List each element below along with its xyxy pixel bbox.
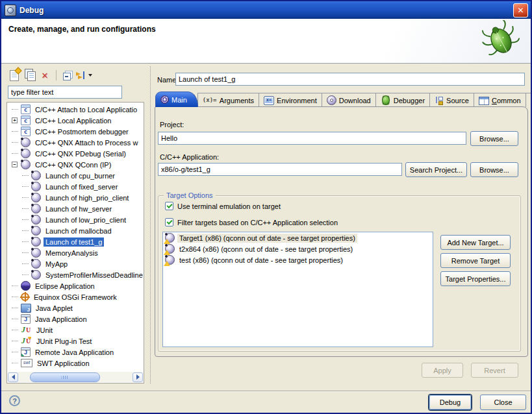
qnx-icon: [31, 248, 41, 258]
tree-item[interactable]: Equinox OSGi Framework: [8, 291, 143, 302]
tree-item-label: JUnit Plug-in Test: [34, 337, 94, 346]
project-input[interactable]: [158, 132, 466, 145]
target-label: test (x86) (qconn out of date - see targ…: [177, 256, 345, 265]
scrollbar-thumb[interactable]: [30, 372, 100, 382]
tree-item[interactable]: C/C++ Attach to Local Applicatio: [8, 104, 143, 115]
add-new-target-button[interactable]: Add New Target...: [440, 235, 511, 250]
terminal-emulation-checkbox[interactable]: [165, 202, 173, 210]
project-browse-button[interactable]: Browse...: [470, 131, 518, 146]
tree-item[interactable]: Launch of low_prio_client: [8, 214, 143, 225]
revert-button[interactable]: Revert: [471, 363, 518, 378]
c-application-icon: [21, 104, 31, 114]
tree-connector: [21, 241, 29, 242]
terminal-emulation-checkbox-row[interactable]: Use terminal emulation on target: [165, 202, 281, 210]
tree-item-label: C/C++ Local Application: [33, 116, 113, 125]
help-icon: ?: [12, 397, 17, 405]
name-input[interactable]: [175, 73, 525, 86]
dropdown-chevron-icon[interactable]: [88, 74, 92, 77]
tree-item-label: Launch of test1_g: [44, 237, 104, 247]
eclipse-icon: [21, 281, 31, 291]
tree-item[interactable]: Java Applet: [8, 302, 143, 313]
target-label: t2x864 (x86) (qconn out of date - see ta…: [177, 245, 355, 254]
tree-item[interactable]: C/C++ QNX PDebug (Serial): [8, 148, 143, 159]
tree-item[interactable]: SWT Application: [8, 358, 143, 369]
tab-main[interactable]: Main: [155, 91, 198, 107]
filter-targets-checkbox-row[interactable]: Filter targets based on C/C++ Applicatio…: [165, 218, 338, 226]
filter-button[interactable]: [75, 68, 92, 82]
filter-input[interactable]: [8, 86, 122, 99]
tree-item[interactable]: Remote Java Application: [8, 347, 143, 358]
remove-target-button[interactable]: Remove Target: [440, 253, 511, 268]
tree-item[interactable]: +C/C++ Local Application: [8, 115, 143, 126]
new-configuration-button[interactable]: [7, 68, 21, 82]
application-input[interactable]: [158, 163, 402, 176]
tree-item[interactable]: MemoryAnalysis: [8, 247, 143, 258]
qnx-icon: [31, 270, 41, 280]
tree-expander[interactable]: +: [10, 117, 19, 123]
target-row[interactable]: Target1 (x86) (qconn out of date - see t…: [163, 232, 433, 243]
tree-item[interactable]: Launch of test1_g: [8, 236, 143, 247]
duplicate-configuration-button[interactable]: [23, 68, 37, 82]
project-label: Project:: [160, 121, 184, 128]
target-row[interactable]: test (x86) (qconn out of date - see targ…: [163, 254, 433, 265]
tree-item-label: Launch of mallocbad: [44, 226, 114, 236]
tree-item[interactable]: JUnit Plug-in Test: [8, 335, 143, 347]
collapse-icon[interactable]: −: [12, 162, 18, 167]
tab-common[interactable]: Common: [474, 93, 526, 107]
tree-connector: [21, 208, 29, 209]
tree-connector: [21, 274, 29, 275]
tree-item[interactable]: Launch of mallocbad: [8, 225, 143, 236]
scrollbar-track[interactable]: [19, 372, 132, 382]
debug-dialog-window: Debug ✕ Create, manage, and run configur…: [0, 0, 532, 414]
tree-item[interactable]: MyApp: [8, 258, 143, 269]
tree-item[interactable]: SystemProfilerMissedDeadline: [8, 269, 143, 280]
tree-item[interactable]: −C/C++ QNX QConn (IP): [8, 159, 143, 170]
tab-arguments[interactable]: Arguments: [197, 93, 259, 107]
tab-download[interactable]: Download: [322, 93, 376, 107]
scroll-left-button[interactable]: [8, 372, 18, 382]
expand-icon[interactable]: +: [12, 117, 18, 123]
toolbar-separator: [56, 70, 57, 80]
filter-targets-checkbox[interactable]: [165, 218, 173, 226]
apply-button[interactable]: Apply: [422, 363, 463, 378]
tree-expander[interactable]: −: [10, 162, 19, 167]
scroll-right-button[interactable]: [133, 372, 143, 382]
source-icon: [435, 96, 444, 104]
tree-item-label: Launch of hw_server: [44, 204, 114, 213]
target-list[interactable]: Target1 (x86) (qconn out of date - see t…: [162, 232, 433, 347]
tab-label: Debugger: [394, 97, 425, 104]
tree-connector: [10, 131, 19, 132]
tree-item-label: Java Application: [33, 315, 89, 324]
horizontal-scrollbar[interactable]: [8, 372, 143, 382]
junit-plugin-icon: [21, 337, 32, 345]
tree-item[interactable]: Launch of high_prio_client: [8, 192, 143, 203]
tree-item[interactable]: Launch of cpu_burner: [8, 170, 143, 181]
qnx-icon: [21, 138, 31, 147]
tree-item[interactable]: Java Application: [8, 313, 143, 324]
delete-configuration-button[interactable]: [38, 68, 53, 82]
tree-item[interactable]: JUnit: [8, 324, 143, 335]
help-button[interactable]: ?: [9, 395, 20, 406]
tree-item[interactable]: C/C++ Postmortem debugger: [8, 126, 143, 137]
debug-button[interactable]: Debug: [429, 395, 472, 410]
application-browse-button[interactable]: Browse...: [470, 162, 518, 177]
collapse-all-button[interactable]: [60, 68, 74, 82]
close-dialog-button[interactable]: Close: [480, 395, 526, 410]
tab-debugger[interactable]: Debugger: [375, 93, 430, 107]
tab-source[interactable]: Source: [429, 93, 474, 107]
tab-environment[interactable]: Environment: [259, 93, 322, 107]
tab-bar: MainArgumentsEnvironmentDownloadDebugger…: [155, 91, 532, 107]
close-button[interactable]: ✕: [513, 3, 528, 18]
tab-label: Source: [446, 97, 469, 104]
tab-tools[interactable]: Tools: [526, 93, 532, 107]
junit-icon: [21, 326, 32, 334]
target-row[interactable]: t2x864 (x86) (qconn out of date - see ta…: [163, 243, 433, 254]
target-properties-button[interactable]: Target Properties...: [440, 271, 511, 286]
tree-item[interactable]: Launch of hw_server: [8, 203, 143, 214]
search-project-button[interactable]: Search Project...: [405, 162, 467, 177]
tree-item[interactable]: Eclipse Application: [8, 280, 143, 291]
panel-sash[interactable]: [150, 66, 151, 384]
qnx-icon: [31, 237, 41, 247]
tree-item[interactable]: C/C++ QNX Attach to Process w: [8, 137, 143, 148]
tree-item[interactable]: Launch of fixed_server: [8, 181, 143, 192]
